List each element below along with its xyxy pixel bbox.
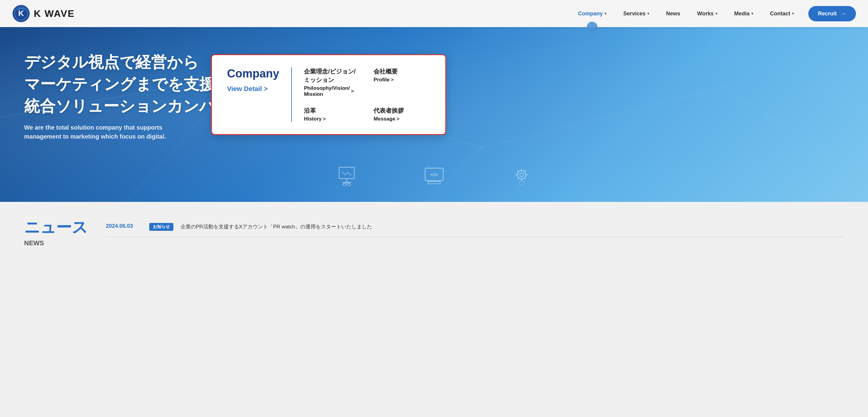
main-nav: Company ▾ Services ▾ News Works ▾ Media …	[569, 0, 856, 27]
philosophy-ja: 企業理念/ビジョン/ミッション	[304, 67, 355, 84]
news-title-en: NEWS	[24, 239, 88, 247]
svg-text:</>: </>	[430, 172, 438, 178]
nav-media-label: Media	[734, 10, 749, 17]
profile-ja: 会社概要	[374, 67, 425, 76]
philosophy-en: Philosophy/Vision/Mission >	[304, 85, 355, 97]
dropdown-view-detail-link[interactable]: View Detail >	[227, 85, 279, 93]
nav-item-company[interactable]: Company ▾	[569, 0, 615, 27]
news-text: 企業のPR活動を支援するXアカウント「PR watch」の運用をスタートいたしま…	[181, 223, 372, 231]
svg-point-39	[519, 181, 524, 186]
services-caret-icon: ▾	[647, 11, 649, 16]
logo-text: K WAVE	[34, 8, 75, 19]
svg-point-12	[480, 145, 485, 150]
nav-company-label: Company	[578, 10, 603, 17]
recruit-arrow-icon: →	[840, 10, 846, 17]
logo-area[interactable]: K K WAVE	[12, 4, 75, 23]
nav-item-works[interactable]: Works ▾	[689, 0, 726, 27]
dropdown-item-message[interactable]: 代表者挨拶 Message >	[374, 106, 425, 122]
nav-item-media[interactable]: Media ▾	[726, 0, 762, 27]
nav-active-indicator	[587, 22, 597, 33]
svg-line-37	[525, 170, 526, 171]
nav-works-label: Works	[697, 10, 714, 17]
profile-en: Profile >	[374, 77, 425, 83]
svg-line-35	[517, 170, 518, 171]
message-ja: 代表者挨拶	[374, 106, 425, 115]
news-item[interactable]: 2024.06.03 お知らせ 企業のPR活動を支援するXアカウント「PR wa…	[106, 217, 844, 237]
news-header: ニュース NEWS 2024.06.03 お知らせ 企業のPR活動を支援するXア…	[24, 217, 844, 247]
svg-line-25	[348, 172, 351, 175]
nav-item-services[interactable]: Services ▾	[615, 0, 657, 27]
svg-point-29	[517, 170, 526, 179]
logo-icon: K	[12, 4, 30, 23]
hero-coding-icon: </>	[424, 166, 445, 187]
history-ja: 沿革	[304, 106, 355, 115]
svg-line-24	[345, 172, 348, 175]
dropdown-item-history[interactable]: 沿革 History >	[304, 106, 355, 122]
message-en: Message >	[374, 116, 425, 122]
news-list: 2024.06.03 お知らせ 企業のPR活動を支援するXアカウント「PR wa…	[106, 217, 844, 237]
svg-point-30	[520, 173, 523, 177]
news-title-block: ニュース NEWS	[24, 217, 88, 247]
hero-presentation-icon	[336, 166, 357, 187]
svg-rect-27	[428, 181, 440, 184]
dropdown-card: Company View Detail > 企業理念/ビジョン/ミッション Ph…	[211, 54, 446, 135]
hero-settings-icon	[511, 166, 532, 187]
news-title-ja: ニュース	[24, 217, 88, 238]
dropdown-item-profile[interactable]: 会社概要 Profile >	[374, 67, 425, 97]
svg-line-23	[342, 172, 345, 175]
hero-icons-row: </>	[336, 166, 532, 187]
works-caret-icon: ▾	[715, 11, 717, 16]
company-caret-icon: ▾	[604, 11, 606, 16]
nav-item-news[interactable]: News	[657, 0, 689, 27]
history-en: History >	[304, 116, 355, 122]
contact-caret-icon: ▾	[792, 11, 794, 16]
media-caret-icon: ▾	[751, 11, 753, 16]
dropdown-item-philosophy[interactable]: 企業理念/ビジョン/ミッション Philosophy/Vision/Missio…	[304, 67, 355, 97]
recruit-label: Recruit	[818, 10, 837, 17]
svg-line-38	[517, 178, 518, 179]
news-date: 2024.06.03	[106, 223, 142, 229]
header: K K WAVE Company ▾ Services ▾ News Works…	[0, 0, 868, 27]
nav-item-contact[interactable]: Contact ▾	[762, 0, 802, 27]
nav-news-label: News	[666, 10, 680, 17]
dropdown-company-title: Company	[227, 67, 279, 80]
svg-point-20	[343, 183, 346, 186]
nav-services-label: Services	[623, 10, 646, 17]
dropdown-left-panel: Company View Detail >	[227, 67, 292, 122]
company-dropdown: Company View Detail > 企業理念/ビジョン/ミッション Ph…	[211, 54, 446, 135]
svg-text:K: K	[19, 9, 24, 18]
news-badge: お知らせ	[149, 223, 173, 231]
nav-contact-label: Contact	[770, 10, 790, 17]
news-section: ニュース NEWS 2024.06.03 お知らせ 企業のPR活動を支援するXア…	[0, 202, 868, 262]
svg-line-36	[525, 178, 526, 179]
recruit-button[interactable]: Recruit →	[808, 6, 856, 22]
svg-point-21	[347, 183, 350, 186]
hero-section: デジタル視点で経営から マーケティングまでを支援する 統合ソリューションカンパニ…	[0, 27, 868, 202]
dropdown-right-panel: 企業理念/ビジョン/ミッション Philosophy/Vision/Missio…	[292, 67, 425, 122]
